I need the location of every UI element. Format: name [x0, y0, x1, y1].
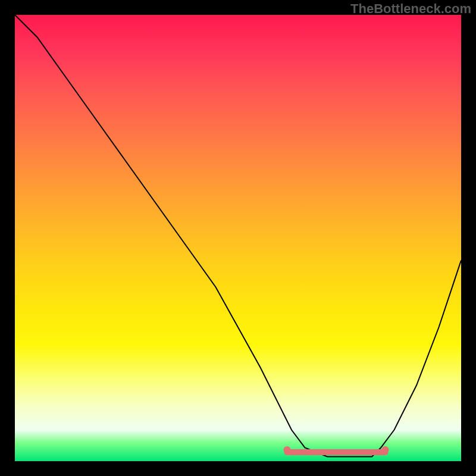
- bottleneck-curve: [15, 15, 461, 457]
- chart-frame: TheBottleneck.com: [0, 0, 476, 476]
- optimal-band-start-dot: [284, 446, 291, 453]
- curve-layer: [15, 15, 461, 461]
- watermark-text: TheBottleneck.com: [350, 1, 471, 17]
- optimal-band-end-dot: [382, 446, 389, 453]
